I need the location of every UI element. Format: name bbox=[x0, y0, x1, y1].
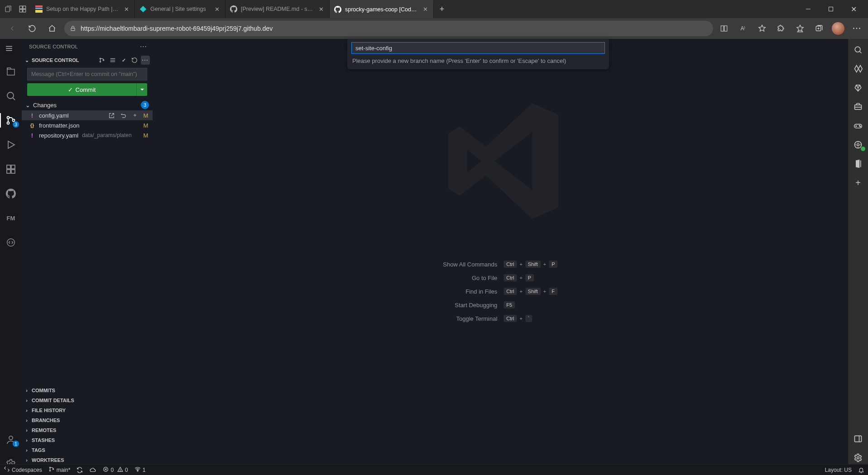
address-bar[interactable]: https://michaeltlombardi-supreme-robot-6… bbox=[64, 21, 713, 36]
accordion-commits[interactable]: ›COMMITS bbox=[22, 385, 153, 395]
extensions-icon[interactable] bbox=[775, 22, 787, 35]
favorite-star-icon[interactable] bbox=[756, 22, 768, 35]
reload-button[interactable] bbox=[24, 21, 40, 36]
scm-more-actions-button[interactable]: ··· bbox=[141, 56, 150, 65]
status-notifications-icon[interactable] bbox=[858, 467, 864, 473]
activity-github[interactable] bbox=[0, 185, 22, 203]
changes-count-badge: 3 bbox=[141, 101, 149, 109]
edge-search-icon[interactable] bbox=[853, 44, 863, 55]
file-name: config.yaml bbox=[39, 112, 69, 119]
edge-office-icon[interactable] bbox=[853, 158, 863, 169]
activity-codespaces[interactable] bbox=[0, 233, 22, 252]
home-button[interactable] bbox=[44, 21, 60, 36]
status-branch[interactable]: main* bbox=[48, 466, 71, 474]
status-layout[interactable]: Layout: US bbox=[825, 467, 852, 473]
view-as-tree-icon[interactable] bbox=[97, 56, 106, 65]
commit-check-icon[interactable]: ✓ bbox=[119, 56, 128, 65]
activity-source-control[interactable]: 3 bbox=[0, 111, 22, 129]
changed-file-row[interactable]: ! repository.yaml data/_params/platen M bbox=[22, 130, 153, 140]
maximize-button[interactable] bbox=[825, 3, 837, 15]
commit-button[interactable]: ✓Commit bbox=[27, 83, 136, 96]
vscode-app: 3 FM 1 SOURCE CONTROL ··· ⌄ SOURCE CONTR… bbox=[0, 39, 868, 475]
edge-settings-icon[interactable] bbox=[853, 452, 863, 463]
nav-back-button[interactable] bbox=[5, 21, 20, 36]
activity-explorer[interactable] bbox=[0, 62, 22, 81]
accordion-tags[interactable]: ›TAGS bbox=[22, 445, 153, 455]
keyboard-shortcut: F5 bbox=[504, 301, 557, 309]
activity-search[interactable] bbox=[0, 87, 22, 105]
browser-tab-0[interactable]: Setup on the Happy Path | Platen ✕ bbox=[31, 0, 135, 18]
commit-more-button[interactable] bbox=[136, 83, 147, 96]
changed-file-row[interactable]: ! config.yaml + M bbox=[22, 110, 153, 120]
svg-rect-6 bbox=[35, 8, 43, 9]
close-icon[interactable]: ✕ bbox=[422, 6, 429, 13]
accordion-file-history[interactable]: ›FILE HISTORY bbox=[22, 405, 153, 415]
edge-add-icon[interactable]: + bbox=[853, 177, 863, 188]
commit-message-input[interactable] bbox=[27, 68, 147, 81]
changed-file-row[interactable]: {} frontmatter.json M bbox=[22, 120, 153, 130]
activity-bar: 3 FM 1 bbox=[0, 39, 22, 475]
edge-hide-sidebar-icon[interactable] bbox=[853, 433, 863, 444]
close-icon[interactable]: ✕ bbox=[213, 5, 221, 13]
view-as-list-icon[interactable] bbox=[108, 56, 117, 65]
discard-changes-icon[interactable] bbox=[119, 111, 127, 119]
chevron-right-icon: › bbox=[24, 447, 30, 453]
stage-changes-icon[interactable]: + bbox=[131, 111, 139, 119]
browser-tab-1[interactable]: General | Site settings ✕ bbox=[135, 0, 225, 18]
activity-run-debug[interactable] bbox=[0, 136, 22, 154]
status-ports[interactable]: 1 bbox=[134, 466, 146, 474]
svg-point-21 bbox=[7, 117, 10, 119]
browser-tab-3[interactable]: sprocky-games-coop [Codespaces ✕ bbox=[330, 0, 434, 18]
status-problems[interactable]: 0 0 bbox=[103, 466, 128, 474]
browser-tab-2[interactable]: [Preview] README.md - sprocky ✕ bbox=[225, 0, 330, 18]
edge-performance-icon[interactable] bbox=[853, 139, 863, 150]
app-mode-icon[interactable] bbox=[718, 22, 730, 35]
accordion-branches[interactable]: ›BRANCHES bbox=[22, 415, 153, 425]
browser-menu-button[interactable]: ··· bbox=[851, 22, 863, 35]
close-icon[interactable]: ✕ bbox=[123, 5, 130, 13]
accordion-label: REMOTES bbox=[32, 428, 56, 433]
edge-shopping-icon[interactable] bbox=[853, 82, 863, 93]
svg-point-19 bbox=[7, 92, 14, 99]
vscode-menu-button[interactable] bbox=[2, 42, 16, 55]
activity-fm[interactable]: FM bbox=[0, 209, 22, 227]
edge-discover-icon[interactable] bbox=[853, 63, 863, 74]
edge-games-icon[interactable] bbox=[853, 120, 863, 131]
profile-avatar[interactable] bbox=[832, 22, 844, 35]
status-cloud[interactable] bbox=[89, 467, 96, 473]
personal-icon[interactable] bbox=[4, 5, 13, 14]
favicon-github bbox=[334, 6, 341, 13]
refresh-icon[interactable] bbox=[130, 56, 139, 65]
edge-tools-icon[interactable] bbox=[853, 101, 863, 112]
changes-header[interactable]: ⌄ Changes 3 bbox=[22, 100, 153, 110]
minimize-button[interactable] bbox=[802, 3, 815, 15]
scm-provider-header[interactable]: ⌄ SOURCE CONTROL ✓ ··· bbox=[22, 54, 153, 66]
activity-accounts[interactable]: 1 bbox=[0, 431, 22, 449]
branch-name-input[interactable] bbox=[351, 42, 605, 54]
vscode-watermark-icon bbox=[428, 89, 573, 233]
favorites-list-icon[interactable] bbox=[794, 22, 806, 35]
status-codespaces[interactable]: Codespaces bbox=[4, 466, 42, 474]
accordion-stashes[interactable]: ›STASHES bbox=[22, 435, 153, 445]
accordion-worktrees[interactable]: ›WORKTREES bbox=[22, 455, 153, 465]
collections-icon[interactable] bbox=[813, 22, 825, 35]
svg-rect-27 bbox=[11, 170, 15, 173]
workspaces-icon[interactable] bbox=[18, 5, 27, 14]
activity-extensions[interactable] bbox=[0, 160, 22, 178]
close-window-button[interactable]: ✕ bbox=[847, 3, 860, 15]
svg-line-38 bbox=[859, 51, 861, 53]
open-file-icon[interactable] bbox=[107, 111, 115, 119]
accordion-label: FILE HISTORY bbox=[32, 408, 66, 413]
favicon-stripes bbox=[35, 5, 43, 13]
commit-message-field[interactable] bbox=[27, 68, 147, 81]
sidebar-more-button[interactable]: ··· bbox=[140, 44, 147, 49]
status-codespaces-label: Codespaces bbox=[12, 467, 42, 473]
accordion-remotes[interactable]: ›REMOTES bbox=[22, 425, 153, 435]
status-sync[interactable] bbox=[77, 467, 83, 473]
read-aloud-icon[interactable]: A⁾ bbox=[737, 22, 749, 35]
svg-point-32 bbox=[100, 61, 101, 62]
welcome-command-label: Go to File bbox=[443, 275, 497, 281]
new-tab-button[interactable]: + bbox=[434, 0, 450, 18]
accordion-commit-details[interactable]: ›COMMIT DETAILS bbox=[22, 395, 153, 405]
close-icon[interactable]: ✕ bbox=[317, 5, 325, 13]
